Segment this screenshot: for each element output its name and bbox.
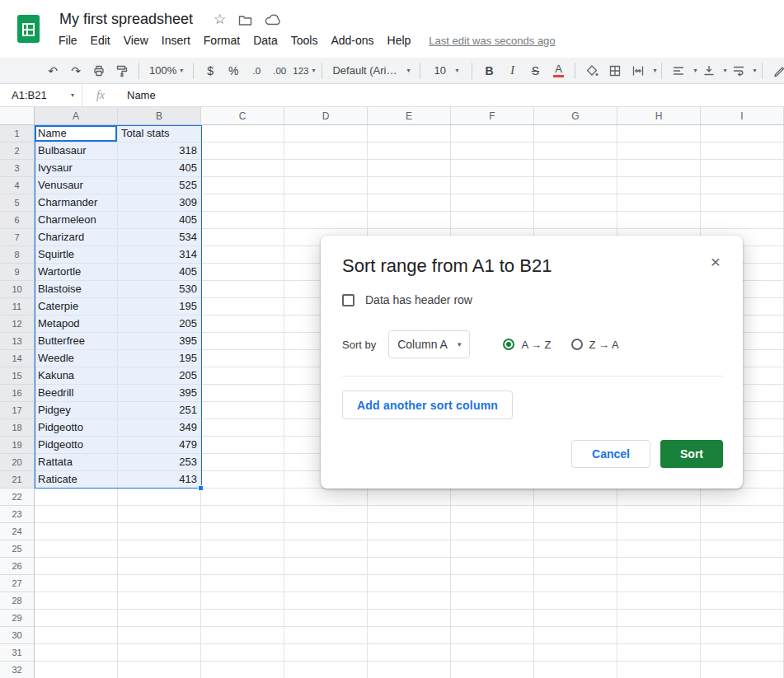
cell-A20[interactable]: Rattata — [35, 454, 118, 471]
cell-A7[interactable]: Charizard — [35, 229, 118, 246]
row-header-18[interactable]: 18 — [0, 419, 35, 437]
sheets-logo-icon[interactable] — [17, 15, 40, 43]
cell-H2[interactable] — [617, 143, 701, 160]
row-header-13[interactable]: 13 — [0, 333, 35, 350]
font-size-select[interactable]: 10▾ — [427, 61, 465, 81]
row-header-24[interactable]: 24 — [0, 523, 35, 540]
document-title[interactable]: My first spreadsheet — [59, 11, 193, 28]
cell-A26[interactable] — [35, 558, 118, 575]
row-header-2[interactable]: 2 — [0, 143, 35, 160]
cell-A17[interactable]: Pidgey — [35, 402, 118, 419]
menu-view[interactable]: View — [117, 31, 155, 49]
cell-B8[interactable]: 314 — [118, 246, 201, 264]
cell-A11[interactable]: Caterpie — [35, 298, 118, 316]
cell-B24[interactable] — [118, 523, 201, 540]
strikethrough-button[interactable]: S — [525, 61, 545, 81]
cell-C8[interactable] — [201, 246, 284, 264]
name-box[interactable]: A1:B21 ▾ — [0, 84, 82, 106]
row-header-3[interactable]: 3 — [0, 160, 35, 177]
cell-D23[interactable] — [284, 506, 368, 523]
cell-C3[interactable] — [201, 160, 284, 177]
cell-B5[interactable]: 309 — [118, 194, 201, 212]
cell-F25[interactable] — [451, 540, 534, 558]
close-icon[interactable]: × — [711, 252, 721, 272]
cell-A25[interactable] — [35, 540, 118, 558]
text-wrap-icon[interactable] — [729, 61, 749, 81]
cell-C15[interactable] — [201, 367, 284, 385]
row-header-31[interactable]: 31 — [0, 644, 35, 662]
row-header-8[interactable]: 8 — [0, 246, 35, 264]
cell-F2[interactable] — [451, 143, 534, 160]
cell-F26[interactable] — [451, 558, 534, 575]
cell-B29[interactable] — [118, 610, 201, 627]
cell-C28[interactable] — [201, 592, 284, 610]
cell-B12[interactable]: 205 — [118, 316, 201, 333]
cell-D28[interactable] — [284, 592, 368, 610]
add-sort-column-button[interactable]: Add another sort column — [342, 390, 513, 419]
row-header-4[interactable]: 4 — [0, 177, 35, 194]
cell-A13[interactable]: Butterfree — [35, 333, 118, 350]
last-edit-link[interactable]: Last edit was seconds ago — [429, 35, 555, 47]
cell-B22[interactable] — [118, 489, 201, 506]
chevron-down-icon[interactable]: ▾ — [693, 67, 697, 74]
horizontal-align-icon[interactable] — [669, 61, 688, 81]
cell-A1[interactable]: Name — [35, 125, 118, 143]
menu-insert[interactable]: Insert — [155, 31, 197, 49]
cell-G29[interactable] — [534, 610, 617, 627]
menu-help[interactable]: Help — [381, 31, 418, 49]
cell-B16[interactable]: 395 — [118, 385, 201, 402]
cell-B21[interactable]: 413 — [118, 471, 201, 489]
cell-A28[interactable] — [35, 592, 118, 610]
cell-E25[interactable] — [368, 540, 451, 558]
row-header-10[interactable]: 10 — [0, 281, 35, 298]
cell-C11[interactable] — [201, 298, 284, 316]
row-header-16[interactable]: 16 — [0, 385, 35, 402]
cell-B17[interactable]: 251 — [118, 402, 201, 419]
cell-C23[interactable] — [201, 506, 284, 523]
cell-F28[interactable] — [451, 592, 534, 610]
select-all-corner[interactable] — [0, 107, 35, 125]
cell-A31[interactable] — [35, 644, 118, 662]
cell-C14[interactable] — [201, 350, 284, 367]
cell-D32[interactable] — [284, 662, 368, 678]
cell-F22[interactable] — [451, 489, 534, 506]
column-header-D[interactable]: D — [284, 107, 368, 125]
row-header-21[interactable]: 21 — [0, 471, 35, 489]
cell-E32[interactable] — [368, 662, 451, 678]
cell-F4[interactable] — [451, 177, 534, 194]
cell-E23[interactable] — [368, 506, 451, 523]
cell-E31[interactable] — [368, 644, 451, 662]
cell-C25[interactable] — [201, 540, 284, 558]
cell-F27[interactable] — [451, 575, 534, 592]
cell-E2[interactable] — [368, 143, 451, 160]
cell-C24[interactable] — [201, 523, 284, 540]
menu-file[interactable]: File — [52, 31, 84, 49]
row-header-28[interactable]: 28 — [0, 592, 35, 610]
font-select[interactable]: Default (Ari…▾ — [329, 61, 413, 81]
more-formats-button[interactable]: 123▾ — [293, 61, 315, 81]
cell-A22[interactable] — [35, 489, 118, 506]
cell-I2[interactable] — [701, 143, 784, 160]
cell-C7[interactable] — [201, 229, 284, 246]
cell-H29[interactable] — [617, 610, 701, 627]
cell-C17[interactable] — [201, 402, 284, 419]
cell-H26[interactable] — [617, 558, 701, 575]
cell-A24[interactable] — [35, 523, 118, 540]
cell-F31[interactable] — [451, 644, 534, 662]
cell-G5[interactable] — [534, 194, 617, 212]
cell-C31[interactable] — [201, 644, 284, 662]
cell-E28[interactable] — [368, 592, 451, 610]
cell-B15[interactable]: 205 — [118, 367, 201, 385]
cell-G3[interactable] — [534, 160, 617, 177]
cloud-status-icon[interactable] — [265, 14, 281, 26]
decrease-decimal-button[interactable]: .0 — [246, 61, 266, 81]
cell-F5[interactable] — [451, 194, 534, 212]
cell-D26[interactable] — [284, 558, 368, 575]
cell-A19[interactable]: Pidgeotto — [35, 437, 118, 454]
cell-G23[interactable] — [534, 506, 617, 523]
cell-C4[interactable] — [201, 177, 284, 194]
cell-A3[interactable]: Ivysaur — [35, 160, 118, 177]
cell-D30[interactable] — [284, 627, 368, 644]
cell-E22[interactable] — [368, 489, 451, 506]
cell-C12[interactable] — [201, 316, 284, 333]
